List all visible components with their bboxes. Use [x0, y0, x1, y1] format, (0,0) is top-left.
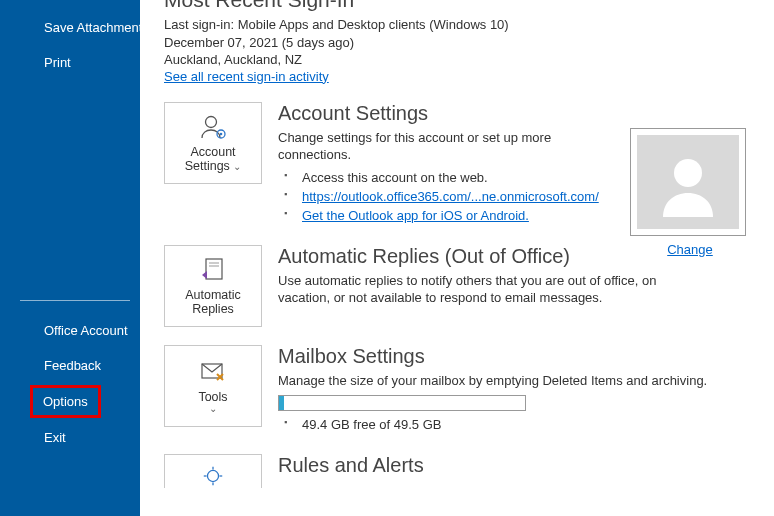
- recent-signin-line1: Last sign-in: Mobile Apps and Desktop cl…: [164, 16, 750, 34]
- rules-heading: Rules and Alerts: [278, 454, 750, 477]
- avatar-frame: [630, 128, 746, 236]
- sidebar-divider: [20, 300, 130, 301]
- account-settings-icon: [197, 113, 229, 141]
- svg-point-0: [206, 116, 217, 127]
- sidebar-item-print[interactable]: Print: [0, 45, 140, 80]
- avatar-change-link[interactable]: Change: [667, 242, 713, 257]
- account-settings-web-link[interactable]: https://outlook.office365.com/...ne.onmi…: [302, 189, 599, 204]
- mailbox-storage-fill: [279, 396, 284, 410]
- svg-point-3: [674, 159, 702, 187]
- sidebar-item-office-account[interactable]: Office Account: [0, 313, 140, 348]
- auto-replies-tile[interactable]: Automatic Replies: [164, 245, 262, 327]
- mailbox-heading: Mailbox Settings: [278, 345, 750, 368]
- account-settings-desc: Change settings for this account or set …: [278, 129, 578, 164]
- account-settings-tile-label2: Settings: [185, 159, 230, 173]
- sidebar-item-exit[interactable]: Exit: [0, 420, 140, 455]
- account-settings-tile[interactable]: Account Settings ⌄: [164, 102, 262, 184]
- tools-icon: [197, 358, 229, 386]
- mailbox-storage-bar: [278, 395, 526, 411]
- main-content: Most Recent Sign-In Last sign-in: Mobile…: [140, 0, 774, 516]
- auto-replies-desc: Use automatic replies to notify others t…: [278, 272, 698, 307]
- caret-down-icon: ⌄: [233, 161, 241, 172]
- sidebar-options-highlight: Options: [0, 385, 140, 418]
- svg-point-8: [207, 471, 218, 482]
- recent-signin-line2: December 07, 2021 (5 days ago): [164, 34, 750, 52]
- mailbox-desc: Manage the size of your mailbox by empty…: [278, 372, 750, 390]
- rules-tile[interactable]: [164, 454, 262, 488]
- svg-rect-4: [206, 259, 222, 279]
- mailbox-row: Tools ⌄ Mailbox Settings Manage the size…: [164, 345, 750, 437]
- tools-tile[interactable]: Tools ⌄: [164, 345, 262, 427]
- backstage-sidebar: Save Attachments Print Office Account Fe…: [0, 0, 140, 516]
- recent-signin-line3: Auckland, Auckland, NZ: [164, 51, 750, 69]
- recent-signin-link[interactable]: See all recent sign-in activity: [164, 69, 329, 84]
- sidebar-item-save-attachments[interactable]: Save Attachments: [0, 10, 140, 45]
- rules-gear-icon: [200, 464, 226, 488]
- account-settings-tile-label1: Account: [190, 145, 235, 159]
- auto-replies-tile-label1: Automatic: [185, 288, 241, 302]
- svg-point-2: [220, 132, 223, 135]
- mailbox-free-text: 49.4 GB free of 49.5 GB: [278, 417, 750, 432]
- auto-replies-row: Automatic Replies Automatic Replies (Out…: [164, 245, 750, 327]
- sidebar-item-feedback[interactable]: Feedback: [0, 348, 140, 383]
- rules-row: Rules and Alerts: [164, 454, 750, 488]
- avatar-placeholder-icon: [637, 135, 739, 229]
- tools-tile-label: Tools: [198, 390, 227, 404]
- profile-photo-block: Change: [630, 128, 750, 257]
- recent-signin-heading: Most Recent Sign-In: [164, 0, 750, 12]
- auto-replies-icon: [197, 256, 229, 284]
- auto-replies-tile-label2: Replies: [192, 302, 234, 316]
- caret-down-icon: ⌄: [209, 404, 217, 414]
- sidebar-item-options[interactable]: Options: [30, 385, 101, 418]
- account-settings-app-link[interactable]: Get the Outlook app for iOS or Android.: [302, 208, 529, 223]
- account-settings-heading: Account Settings: [278, 102, 750, 125]
